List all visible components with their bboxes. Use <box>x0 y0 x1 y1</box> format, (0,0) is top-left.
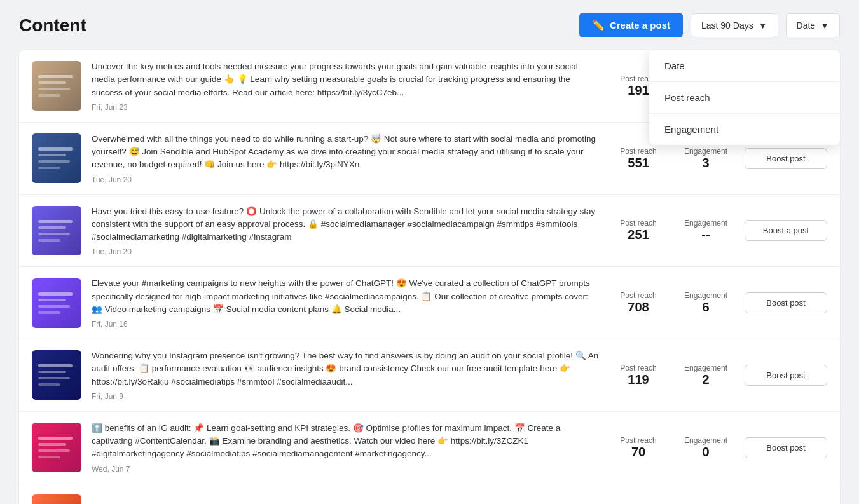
sort-option-engagement[interactable]: Engagement <box>649 114 840 145</box>
engagement-value: 0 <box>702 445 709 460</box>
post-row: Have you tried this easy-to-use feature?… <box>19 195 840 268</box>
post-reach-label: Post reach <box>620 436 656 445</box>
svg-rect-0 <box>32 61 81 111</box>
create-post-button[interactable]: ✏️ Create a post <box>579 13 683 37</box>
period-dropdown-button[interactable]: Last 90 Days ▼ <box>691 13 778 37</box>
date-dropdown-button[interactable]: Date ▼ <box>786 13 840 37</box>
post-reach-value: 191 <box>628 83 649 98</box>
post-row: Elevate your #marketing campaigns to new… <box>19 267 840 339</box>
post-row: ⬆️ benefits of an IG audit: 📌 Learn goal… <box>19 412 840 484</box>
post-engagement-stats: Engagement 3 <box>677 147 734 170</box>
post-content: ⬆️ benefits of an IG audit: 📌 Learn goal… <box>92 422 600 473</box>
chevron-down-icon: ▼ <box>820 20 829 31</box>
svg-rect-1 <box>38 75 73 78</box>
svg-rect-22 <box>38 371 66 373</box>
post-reach-stats: Post reach 708 <box>610 291 667 315</box>
post-content: Wondering why you Instagram presence isn… <box>92 350 600 401</box>
post-reach-label: Post reach <box>620 219 656 228</box>
post-reach-value: 708 <box>628 300 649 315</box>
boost-post-button[interactable]: Boost post <box>745 365 827 386</box>
post-date: Tue, Jun 20 <box>92 247 600 256</box>
post-text: Overwhelmed with all the things you need… <box>92 133 600 172</box>
post-text: Elevate your #marketing campaigns to new… <box>92 277 600 316</box>
sort-option-post-reach[interactable]: Post reach <box>649 82 840 114</box>
post-reach-stats: Post reach 251 <box>610 219 667 242</box>
post-thumbnail <box>32 206 81 255</box>
boost-post-button[interactable]: Boost a post <box>745 220 827 241</box>
post-reach-value: 70 <box>631 445 645 460</box>
svg-rect-29 <box>38 456 60 458</box>
post-date: Wed, Jun 7 <box>92 465 600 473</box>
svg-rect-15 <box>32 278 81 328</box>
engagement-label: Engagement <box>684 219 727 228</box>
post-reach-stats: Post reach 551 <box>610 147 667 170</box>
svg-rect-16 <box>38 292 73 296</box>
post-reach-value: 119 <box>628 372 649 387</box>
engagement-label: Engagement <box>684 291 727 300</box>
svg-rect-3 <box>38 88 70 90</box>
svg-rect-13 <box>38 233 70 235</box>
post-thumbnail <box>32 494 81 505</box>
post-thumbnail <box>32 278 81 328</box>
edit-icon: ✏️ <box>592 19 605 31</box>
svg-rect-21 <box>38 364 73 367</box>
post-text: ⬆️ benefits of an IG audit: 📌 Learn goal… <box>92 422 600 461</box>
svg-rect-7 <box>38 154 66 156</box>
post-thumbnail <box>32 61 81 111</box>
engagement-label: Engagement <box>684 147 727 156</box>
svg-rect-30 <box>32 494 81 505</box>
header-actions: ✏️ Create a post Last 90 Days ▼ Date ▼ <box>579 13 840 37</box>
boost-post-button[interactable]: Boost post <box>745 437 827 458</box>
engagement-value: 2 <box>702 372 709 387</box>
svg-rect-19 <box>38 311 60 314</box>
svg-rect-6 <box>38 147 73 151</box>
engagement-value: 3 <box>702 156 709 170</box>
svg-rect-18 <box>38 305 70 308</box>
svg-rect-23 <box>38 377 70 379</box>
post-row: Schedule an IG reel on Sendible with the… <box>19 484 840 505</box>
post-content: Have you tried this easy-to-use feature?… <box>92 205 600 257</box>
post-reach-stats: Post reach 70 <box>610 436 667 460</box>
post-reach-label: Post reach <box>620 291 656 300</box>
svg-rect-26 <box>38 437 73 440</box>
svg-rect-2 <box>38 81 66 84</box>
svg-rect-28 <box>38 449 70 452</box>
post-content: Elevate your #marketing campaigns to new… <box>92 277 600 329</box>
page-title: Content <box>19 15 86 36</box>
post-engagement-stats: Engagement 6 <box>677 291 734 315</box>
boost-post-button[interactable]: Boost post <box>745 148 827 169</box>
post-text: Wondering why you Instagram presence isn… <box>92 350 600 388</box>
svg-rect-14 <box>38 239 60 242</box>
svg-rect-5 <box>32 133 81 183</box>
svg-rect-8 <box>38 160 70 163</box>
svg-rect-9 <box>38 167 60 169</box>
post-content: Overwhelmed with all the things you need… <box>92 133 600 184</box>
post-reach-label: Post reach <box>620 364 656 372</box>
post-engagement-stats: Engagement 0 <box>677 436 734 460</box>
post-text: Have you tried this easy-to-use feature?… <box>92 205 600 244</box>
post-reach-value: 251 <box>628 228 649 242</box>
svg-rect-25 <box>32 423 81 472</box>
post-engagement-stats: Engagement 2 <box>677 364 734 387</box>
post-engagement-stats: Engagement -- <box>677 219 734 242</box>
post-date: Fri, Jun 9 <box>92 392 600 401</box>
post-row: Wondering why you Instagram presence isn… <box>19 339 840 412</box>
post-text: Uncover the key metrics and tools needed… <box>92 60 600 99</box>
post-reach-value: 551 <box>628 156 649 170</box>
engagement-value: -- <box>701 228 710 242</box>
svg-rect-27 <box>38 443 66 446</box>
engagement-label: Engagement <box>684 364 727 372</box>
svg-rect-20 <box>32 350 81 400</box>
svg-rect-12 <box>38 226 66 229</box>
engagement-value: 6 <box>702 300 709 315</box>
svg-rect-24 <box>38 383 60 386</box>
post-date: Fri, Jun 23 <box>92 103 600 112</box>
post-date: Tue, Jun 20 <box>92 175 600 184</box>
svg-rect-11 <box>38 220 73 223</box>
sort-dropdown-menu: Date Post reach Engagement <box>649 50 840 145</box>
sort-option-date[interactable]: Date <box>649 50 840 82</box>
svg-rect-4 <box>38 94 60 97</box>
svg-rect-10 <box>32 206 81 255</box>
boost-post-button[interactable]: Boost post <box>745 292 827 313</box>
post-reach-stats: Post reach 119 <box>610 364 667 387</box>
